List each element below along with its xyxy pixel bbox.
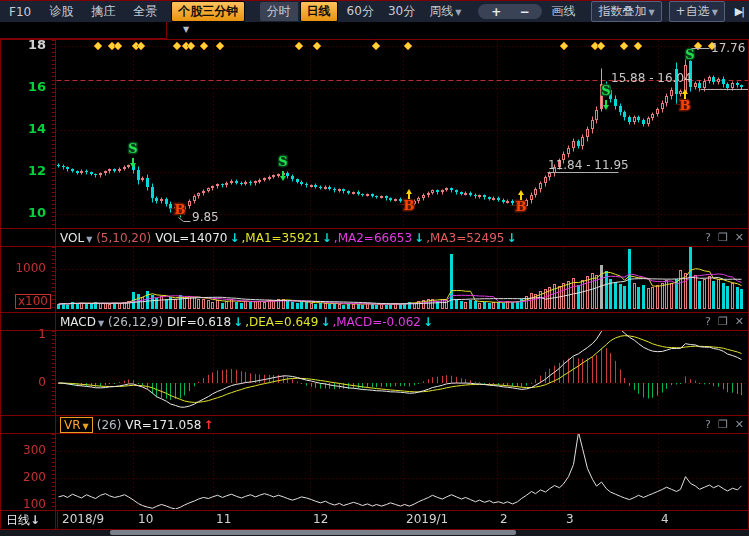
close-icon[interactable]: ✕ bbox=[735, 231, 744, 244]
vr-title: VR bbox=[64, 418, 81, 432]
top-toolbar: F10 诊股 擒庄 全景 个股三分钟 分时 日线 60分 30分 周线▼ + −… bbox=[0, 0, 749, 22]
toolbar-right-group: 画线 指数叠加▼ +自选▼ ▶| bbox=[542, 1, 749, 22]
help-icon[interactable]: ? bbox=[705, 231, 711, 244]
vr-pane-header: VR▼ (26) VR=171.058 ↑ bbox=[60, 416, 215, 433]
chart-title-bar: ▼ bbox=[0, 22, 749, 39]
down-arrow-icon: ↓ bbox=[231, 315, 245, 329]
zoom-in-button[interactable]: + bbox=[482, 5, 510, 19]
x-axis-label: 2019/1 bbox=[406, 512, 448, 526]
x-axis-label: 4 bbox=[661, 512, 669, 526]
help-icon[interactable]: ? bbox=[705, 418, 711, 431]
vr-indicator-selector[interactable]: VR▼ bbox=[60, 417, 93, 433]
tab-stock-3min[interactable]: 个股三分钟 bbox=[171, 1, 245, 22]
x-axis-label: 2018/9 bbox=[62, 512, 104, 526]
down-arrow-icon: ↓ bbox=[320, 231, 334, 245]
add-watchlist-label: +自选 bbox=[676, 4, 710, 18]
macd-macd-value: ,MACD=-0.062 bbox=[332, 315, 421, 329]
down-arrow-icon: ↓ bbox=[30, 513, 40, 527]
vr-value: VR=171.058 bbox=[125, 418, 201, 432]
chevron-down-icon: ▼ bbox=[648, 8, 654, 17]
tab-f10[interactable]: F10 bbox=[0, 5, 40, 19]
vol-pane-icons: ? ❐ ✕ bbox=[705, 230, 744, 244]
down-arrow-icon: ↓ bbox=[421, 315, 435, 329]
tab-panorama[interactable]: 全景 bbox=[124, 3, 166, 20]
down-arrow-icon: ↓ bbox=[504, 231, 518, 245]
draw-line-button[interactable]: 画线 bbox=[542, 3, 584, 20]
period-indicator-label: 日线 bbox=[6, 513, 30, 527]
macd-dif-value: DIF=0.618 bbox=[167, 315, 231, 329]
chevron-down-icon: ▼ bbox=[455, 8, 461, 17]
maximize-icon[interactable]: ❐ bbox=[718, 418, 728, 431]
add-watchlist-button[interactable]: +自选▼ bbox=[669, 1, 725, 22]
maximize-icon[interactable]: ❐ bbox=[718, 231, 728, 244]
zoom-pill: + − bbox=[478, 4, 542, 19]
period-60min[interactable]: 60分 bbox=[340, 2, 381, 21]
down-arrow-icon: ↓ bbox=[318, 315, 332, 329]
maximize-icon[interactable]: ❐ bbox=[718, 315, 728, 328]
down-arrow-icon: ↓ bbox=[412, 231, 426, 245]
x-axis-label: 12 bbox=[313, 512, 328, 526]
x-axis-label: 11 bbox=[216, 512, 231, 526]
period-30min[interactable]: 30分 bbox=[381, 2, 422, 21]
vol-params-text: (5,10,20) bbox=[96, 231, 151, 245]
stock-name-redacted bbox=[0, 22, 167, 39]
vol-title: VOL bbox=[60, 231, 84, 245]
x-axis-label: 2 bbox=[500, 512, 508, 526]
x-axis-label: 10 bbox=[138, 512, 153, 526]
index-overlay-label: 指数叠加 bbox=[598, 4, 646, 18]
zoom-out-button[interactable]: − bbox=[510, 5, 538, 19]
macd-params-text: (26,12,9) bbox=[108, 315, 163, 329]
close-icon[interactable]: ✕ bbox=[735, 315, 744, 328]
macd-pane-header: MACD▼ (26,12,9) DIF=0.618 ↓ ,DEA=0.649 ↓… bbox=[60, 313, 435, 330]
horizontal-scrollbar[interactable] bbox=[0, 530, 749, 536]
down-arrow-icon: ↓ bbox=[227, 231, 241, 245]
chevron-down-icon[interactable]: ▼ bbox=[183, 25, 189, 34]
macd-title: MACD bbox=[60, 315, 96, 329]
tab-diagnose[interactable]: 诊股 bbox=[40, 3, 82, 20]
vr-pane-icons: ? ❐ ✕ bbox=[705, 417, 744, 431]
vol-value: VOL=14070 bbox=[155, 231, 227, 245]
scrollbar-thumb[interactable] bbox=[110, 530, 516, 535]
vol-pane-header: VOL▼ (5,10,20) VOL=14070 ↓ ,MA1=35921 ↓ … bbox=[60, 229, 518, 246]
chart-canvas[interactable] bbox=[0, 0, 749, 536]
close-icon[interactable]: ✕ bbox=[735, 418, 744, 431]
vr-params-text: (26) bbox=[97, 418, 122, 432]
vol-ma3-value: ,MA3=52495 bbox=[426, 231, 504, 245]
vol-ma2-value: ,MA2=66653 bbox=[334, 231, 412, 245]
tab-qinzhuang[interactable]: 擒庄 bbox=[82, 3, 124, 20]
help-icon[interactable]: ? bbox=[705, 315, 711, 328]
period-daily-selected[interactable]: 日线 bbox=[300, 1, 338, 22]
stock-chart-window: F10 诊股 擒庄 全景 个股三分钟 分时 日线 60分 30分 周线▼ + −… bbox=[0, 0, 749, 536]
chevron-down-icon: ▼ bbox=[83, 422, 89, 431]
vol-ma1-value: ,MA1=35921 bbox=[242, 231, 320, 245]
macd-dea-value: ,DEA=0.649 bbox=[245, 315, 318, 329]
up-arrow-icon: ↑ bbox=[201, 418, 215, 432]
period-fenshi[interactable]: 分时 bbox=[260, 2, 298, 21]
period-weekly-label: 周线 bbox=[429, 4, 453, 18]
collapse-panel-icon[interactable]: ▶| bbox=[735, 5, 743, 18]
period-indicator[interactable]: 日线↓ bbox=[6, 512, 40, 529]
chevron-down-icon: ▼ bbox=[712, 8, 718, 17]
macd-indicator-selector[interactable]: MACD▼ bbox=[60, 315, 104, 329]
x-axis-label: 3 bbox=[566, 512, 574, 526]
macd-pane-icons: ? ❐ ✕ bbox=[705, 314, 744, 328]
x-axis-bar: 日线↓ 2018/91011122019/1234 bbox=[0, 511, 749, 529]
period-weekly[interactable]: 周线▼ bbox=[422, 2, 468, 21]
index-overlay-button[interactable]: 指数叠加▼ bbox=[591, 1, 661, 22]
vol-indicator-selector[interactable]: VOL▼ bbox=[60, 231, 92, 245]
